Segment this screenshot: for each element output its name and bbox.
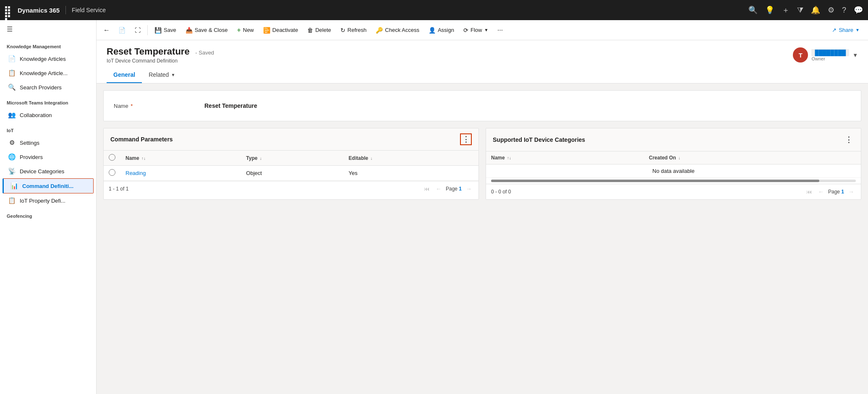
command-parameters-panel: Command Parameters ⋮ Name xyxy=(103,128,479,200)
app-grid-icon[interactable] xyxy=(5,6,13,14)
plus-icon[interactable]: ＋ xyxy=(782,5,790,15)
flow-button[interactable]: ⟳ Flow ▼ xyxy=(459,24,492,36)
cmd-prev-page-button[interactable]: ← xyxy=(434,185,443,193)
owner-name[interactable]: ████████ xyxy=(811,49,849,56)
app-name: Field Service xyxy=(72,7,106,13)
more-actions-button[interactable]: ⋯ xyxy=(493,24,507,36)
sidebar-item-label: Providers xyxy=(20,154,43,160)
new-button[interactable]: + New xyxy=(233,24,258,37)
iot-pagination-summary: 0 - 0 of 0 xyxy=(491,189,511,195)
lightbulb-icon[interactable]: 💡 xyxy=(765,5,774,15)
flow-label: Flow xyxy=(471,27,482,33)
sidebar-item-command-definitions[interactable]: 📊 Command Definiti... xyxy=(3,178,94,193)
owner-area: T ████████ Owner ▼ xyxy=(793,47,858,63)
save-close-label: Save & Close xyxy=(195,27,228,33)
search-icon[interactable]: 🔍 xyxy=(748,5,758,15)
row-checkbox[interactable] xyxy=(109,169,115,176)
check-access-button[interactable]: 🔑 Check Access xyxy=(371,24,424,36)
form-view-button[interactable]: 📄 xyxy=(114,24,130,36)
name-value[interactable]: Reset Temperature xyxy=(204,102,257,109)
expand-icon: ⛶ xyxy=(135,27,141,34)
iot-first-page-button[interactable]: ⏮ xyxy=(805,188,814,196)
save-close-button[interactable]: 📥 Save & Close xyxy=(181,24,232,36)
assign-icon: 👤 xyxy=(429,27,436,34)
help-icon[interactable]: ? xyxy=(842,6,846,15)
save-button[interactable]: 💾 Save xyxy=(150,24,180,36)
bell-icon[interactable]: 🔔 xyxy=(811,5,820,15)
sidebar-item-collaboration[interactable]: 👥 Collaboration xyxy=(0,108,96,122)
iot-property-icon: 📋 xyxy=(8,197,16,204)
back-button[interactable]: ← xyxy=(100,25,113,36)
iot-name-sort-icon: ↑↓ xyxy=(507,156,511,160)
supported-iot-header-row: Name ↑↓ Created On ↓ xyxy=(486,151,861,164)
new-icon: + xyxy=(237,26,241,34)
tab-related[interactable]: Related ▼ xyxy=(142,68,182,83)
command-parameters-header-left: Command Parameters xyxy=(110,136,173,143)
supported-iot-panel: Supported IoT Device Categories ⋮ Name ↑… xyxy=(486,128,861,200)
knowledge-articles-icon: 📄 xyxy=(8,55,16,63)
delete-button[interactable]: 🗑 Delete xyxy=(303,24,335,36)
supported-iot-more-button[interactable]: ⋮ xyxy=(843,133,854,146)
col-iot-name[interactable]: Name ↑↓ xyxy=(486,151,644,164)
refresh-button[interactable]: ↻ Refresh xyxy=(336,24,371,36)
deactivate-icon: 📴 xyxy=(263,27,270,34)
deactivate-button[interactable]: 📴 Deactivate xyxy=(259,24,302,36)
form-icon: 📄 xyxy=(118,27,125,34)
tab-general-label: General xyxy=(113,71,135,78)
check-access-label: Check Access xyxy=(385,27,419,33)
row-checkbox-cell xyxy=(104,166,120,181)
type-sort-icon: ↓ xyxy=(260,156,262,161)
assign-label: Assign xyxy=(438,27,454,33)
save-icon: 💾 xyxy=(154,27,162,34)
settings-icon[interactable]: ⚙ xyxy=(828,5,834,15)
cmd-first-page-button[interactable]: ⏮ xyxy=(422,185,431,193)
back-arrow-icon: ← xyxy=(103,26,110,34)
chat-icon[interactable]: 💬 xyxy=(854,5,863,15)
sidebar-hamburger[interactable]: ☰ xyxy=(0,20,96,38)
sidebar-item-providers[interactable]: 🌐 Providers xyxy=(0,150,96,164)
section-geofencing: Geofencing xyxy=(0,208,96,221)
name-required-indicator: * xyxy=(131,103,133,109)
no-data-cell: No data available xyxy=(486,164,861,178)
row-name-cell[interactable]: Reading xyxy=(120,166,241,181)
col-iot-created-on[interactable]: Created On ↓ xyxy=(644,151,861,164)
main-content: ← 📄 ⛶ 💾 Save 📥 Save & Close + New xyxy=(97,20,868,394)
col-name[interactable]: Name ↑↓ xyxy=(120,151,241,166)
sidebar-item-knowledge-articles-2[interactable]: 📋 Knowledge Article... xyxy=(0,66,96,80)
sidebar-item-device-categories[interactable]: 📡 Device Categories xyxy=(0,164,96,178)
new-label: New xyxy=(243,27,254,33)
command-parameters-more-button[interactable]: ⋮ xyxy=(460,133,472,145)
tab-general[interactable]: General xyxy=(107,68,142,83)
col-checkbox xyxy=(104,151,120,166)
flow-dropdown-icon: ▼ xyxy=(484,28,488,32)
share-button[interactable]: ↗ Share ▼ xyxy=(827,24,865,36)
sidebar-item-iot-property[interactable]: 📋 IoT Property Defi... xyxy=(0,193,96,208)
iot-pagination-nav: ⏮ ← Page 1 → xyxy=(805,188,856,196)
record-header: Reset Temperature - Saved IoT Device Com… xyxy=(97,40,868,83)
expand-button[interactable]: ⛶ xyxy=(131,24,145,36)
no-data-row: No data available xyxy=(486,164,861,178)
app-layout: ☰ Knowledge Management 📄 Knowledge Artic… xyxy=(0,20,868,394)
col-editable[interactable]: Editable ↓ xyxy=(344,151,478,166)
save-label: Save xyxy=(164,27,176,33)
iot-prev-page-button[interactable]: ← xyxy=(816,188,826,196)
assign-button[interactable]: 👤 Assign xyxy=(424,24,458,36)
sidebar-item-search-providers[interactable]: 🔍 Search Providers xyxy=(0,80,96,94)
sidebar-item-knowledge-articles[interactable]: 📄 Knowledge Articles xyxy=(0,52,96,66)
grids-row: Command Parameters ⋮ Name xyxy=(103,128,861,200)
section-knowledge-management: Knowledge Management xyxy=(0,38,96,52)
select-all-checkbox[interactable] xyxy=(109,154,115,161)
iot-next-page-button[interactable]: → xyxy=(847,188,856,196)
filter-icon[interactable]: ⧩ xyxy=(797,6,803,15)
cmd-next-page-button[interactable]: → xyxy=(464,185,473,193)
name-sort-icon: ↑↓ xyxy=(141,156,146,161)
iot-page-num: 1 xyxy=(841,189,844,195)
sidebar-item-settings[interactable]: ⚙ Settings xyxy=(0,136,96,150)
col-type[interactable]: Type ↓ xyxy=(241,151,343,166)
editable-sort-icon: ↓ xyxy=(371,156,373,161)
owner-info: ████████ Owner xyxy=(811,49,849,61)
owner-chevron-icon[interactable]: ▼ xyxy=(852,52,858,58)
delete-icon: 🗑 xyxy=(307,27,313,34)
iot-scrollbar-track[interactable] xyxy=(491,180,856,182)
sidebar-item-label: Knowledge Articles xyxy=(20,56,66,62)
